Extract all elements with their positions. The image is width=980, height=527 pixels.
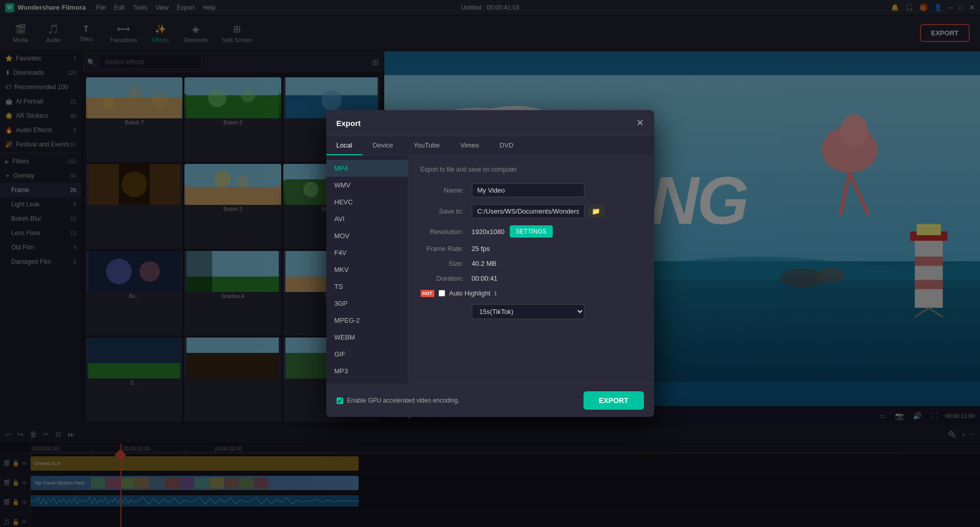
format-mov[interactable]: MOV [326, 227, 408, 244]
duration-setting-row: Duration: 00:00:41 [421, 275, 642, 282]
export-description: Export to file and save on computer [421, 166, 642, 173]
tab-dvd[interactable]: DVD [489, 136, 524, 155]
format-f4v[interactable]: F4V [326, 244, 408, 261]
frame-rate-setting-row: Frame Rate: 25 fps [421, 245, 642, 252]
size-label: Size: [421, 260, 472, 267]
modal-footer: Enable GPU accelerated video encoding. E… [326, 384, 654, 417]
format-ts[interactable]: TS [326, 278, 408, 295]
format-mp3[interactable]: MP3 [326, 363, 408, 380]
modal-title: Export [337, 119, 361, 128]
name-setting-row: Name: [421, 183, 642, 197]
format-mkv[interactable]: MKV [326, 261, 408, 278]
format-mpeg2[interactable]: MPEG-2 [326, 312, 408, 329]
auto-highlight-row: HOT Auto Highlight ℹ [421, 289, 642, 297]
duration-label: Duration: [421, 275, 472, 282]
name-input[interactable] [472, 183, 585, 197]
format-avi[interactable]: AVI [326, 210, 408, 227]
save-to-label: Save to: [421, 207, 472, 215]
resolution-setting-row: Resolution: 1920x1080 SETTINGS [421, 225, 642, 238]
gpu-label: Enable GPU accelerated video encoding. [347, 397, 460, 404]
duration-value: 00:00:41 [472, 275, 498, 282]
format-gif[interactable]: GIF [326, 346, 408, 363]
tab-local[interactable]: Local [326, 136, 363, 155]
modal-header: Export ✕ [326, 110, 654, 136]
gpu-check-row: Enable GPU accelerated video encoding. [337, 397, 460, 404]
export-modal: Export ✕ Local Device YouTube Vimeo DVD … [326, 110, 654, 417]
info-icon: ℹ [494, 290, 497, 297]
browse-folder-btn[interactable]: 📁 [588, 205, 604, 218]
name-label: Name: [421, 186, 472, 194]
format-webm[interactable]: WEBM [326, 329, 408, 346]
format-wmv[interactable]: WMV [326, 177, 408, 194]
highlight-duration-select[interactable]: 15s(TikTok) [472, 304, 585, 319]
modal-close-btn[interactable]: ✕ [636, 117, 644, 129]
save-to-input[interactable] [472, 204, 585, 218]
size-setting-row: Size: 40.2 MB [421, 260, 642, 267]
size-value: 40.2 MB [472, 260, 496, 267]
resolution-value: 1920x1080 [472, 228, 505, 236]
frame-rate-value: 25 fps [472, 245, 490, 252]
tab-device[interactable]: Device [363, 136, 404, 155]
hot-badge: HOT [421, 290, 434, 297]
export-action-button[interactable]: EXPORT [583, 391, 644, 410]
save-to-setting-row: Save to: 📁 [421, 204, 642, 218]
tab-vimeo[interactable]: Vimeo [450, 136, 489, 155]
resolution-label: Resolution: [421, 228, 472, 236]
modal-tabs: Local Device YouTube Vimeo DVD [326, 136, 654, 156]
gpu-checkbox[interactable] [337, 397, 343, 404]
highlight-dropdown-row: 15s(TikTok) [421, 304, 642, 319]
format-list: MP4 WMV HEVC AVI MOV F4V MKV TS 3GP MPEG… [326, 156, 408, 384]
export-settings: Export to file and save on computer Name… [408, 156, 654, 384]
resolution-settings-btn[interactable]: SETTINGS [510, 225, 553, 238]
format-hevc[interactable]: HEVC [326, 194, 408, 210]
format-mp4[interactable]: MP4 [326, 160, 408, 177]
frame-rate-label: Frame Rate: [421, 245, 472, 252]
modal-overlay: Export ✕ Local Device YouTube Vimeo DVD … [0, 0, 980, 527]
format-3gp[interactable]: 3GP [326, 295, 408, 312]
auto-highlight-label: Auto Highlight [449, 289, 491, 297]
tab-youtube[interactable]: YouTube [403, 136, 450, 155]
auto-highlight-checkbox[interactable] [439, 290, 445, 297]
modal-body: MP4 WMV HEVC AVI MOV F4V MKV TS 3GP MPEG… [326, 156, 654, 384]
